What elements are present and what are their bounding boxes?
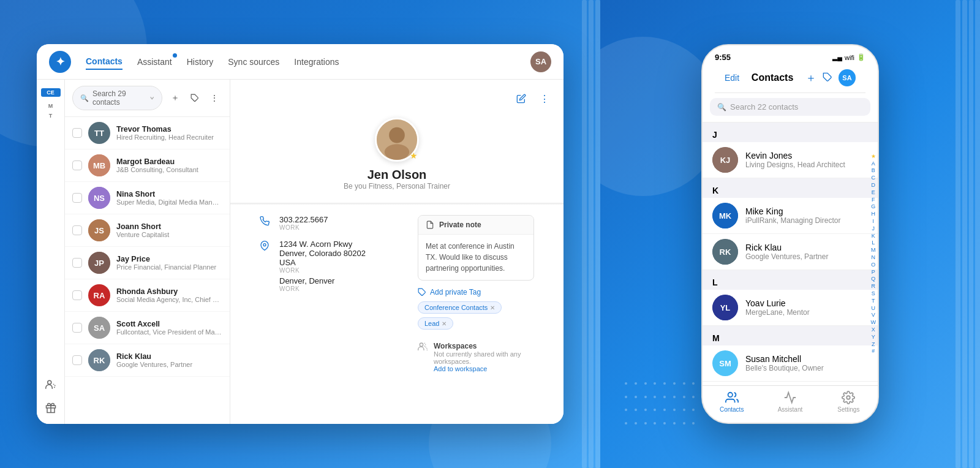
list-item[interactable]: KJ Kevin Jones Living Designs, Head Arch… (703, 142, 878, 178)
phone-tab-bar: Contacts Assistant Settings (703, 385, 878, 423)
alpha-q[interactable]: Q (871, 276, 875, 282)
contact-checkbox[interactable] (72, 160, 82, 170)
phone-contact-avatar: MK (712, 203, 738, 228)
nav-history[interactable]: History (187, 55, 214, 69)
alpha-w[interactable]: W (871, 319, 876, 326)
alpha-f[interactable]: F (872, 197, 875, 203)
edit-contact-button[interactable] (512, 89, 530, 108)
list-item[interactable]: AM Alyssa Moore URHealth, Nutritionist (703, 382, 878, 385)
alpha-t[interactable]: T (872, 298, 875, 304)
alpha-u[interactable]: U (872, 305, 876, 312)
phone-edit-button[interactable]: Edit (725, 73, 739, 83)
tab-assistant[interactable]: Assistant (761, 391, 819, 413)
contact-checkbox[interactable] (72, 193, 82, 203)
alpha-x[interactable]: X (872, 326, 875, 333)
dots-pattern (625, 382, 698, 431)
tab-contacts[interactable]: Contacts (703, 391, 761, 413)
remove-tag[interactable]: ✕ (490, 304, 495, 311)
user-avatar[interactable]: SA (530, 51, 551, 72)
workspace-section: Workspaces Not currently shared with any… (418, 337, 534, 377)
phone-user-avatar[interactable]: SA (839, 69, 856, 86)
contact-info: Rick Klau Google Ventures, Partner (116, 352, 222, 368)
sidebar-section-t: T (49, 113, 53, 119)
alpha-j[interactable]: J (872, 225, 875, 232)
alpha-g[interactable]: G (871, 203, 875, 210)
tag-chip[interactable]: Lead ✕ (418, 317, 453, 330)
contact-avatar: TT (88, 122, 110, 144)
contact-checkbox[interactable] (72, 128, 82, 138)
list-item[interactable]: MK Mike King iPullRank, Managing Directo… (703, 198, 878, 234)
contact-checkbox[interactable] (72, 225, 82, 235)
alpha-p[interactable]: P (872, 269, 875, 276)
add-to-workspace-link[interactable]: Add to workspace (434, 365, 534, 372)
contact-search-box[interactable]: 🔍 Search 29 contacts (72, 86, 162, 110)
profile-avatar-wrapper: ★ (375, 118, 419, 162)
sidebar-gift-icon[interactable] (41, 398, 61, 418)
note-title: Private note (439, 221, 481, 229)
list-item[interactable]: SA Scott Axcell Fullcontact, Vice Presid… (65, 312, 230, 344)
alpha-k[interactable]: K (872, 233, 875, 240)
list-item[interactable]: YL Yoav Lurie MergeLane, Mentor (703, 290, 878, 326)
phone-contact-name: Kevin Jones (745, 151, 868, 160)
alpha-s[interactable]: S (872, 290, 875, 297)
contact-name: Rhonda Ashbury (116, 287, 222, 296)
status-icons: ▂▄ wifi 🔋 (832, 53, 865, 61)
tag-nav-icon[interactable] (823, 72, 832, 84)
alpha-m[interactable]: M (871, 247, 876, 254)
contact-checkbox[interactable] (72, 355, 82, 365)
phone-contact-info: Mike King iPullRank, Managing Director (745, 206, 868, 225)
favorite-star[interactable]: ★ (410, 151, 418, 160)
list-item[interactable]: TT Trevor Thomas Hired Recruiting, Head … (65, 117, 230, 149)
phone-search-box[interactable]: 🔍 Search 22 contacts (710, 98, 870, 116)
wifi-icon: wifi (845, 54, 854, 61)
list-item[interactable]: NS Nina Short Super Media, Digital Media… (65, 182, 230, 214)
nav-integrations[interactable]: Integrations (294, 55, 339, 69)
detail-header-actions: ⋮ (512, 89, 554, 108)
list-item[interactable]: SM Susan Mitchell Belle's Boutique, Owne… (703, 345, 878, 382)
remove-tag[interactable]: ✕ (442, 320, 447, 327)
list-item[interactable]: RK Rick Klau Google Ventures, Partner (703, 234, 878, 270)
alpha-d[interactable]: D (872, 182, 876, 189)
list-item[interactable]: JP Jay Price Price Financial, Financial … (65, 247, 230, 279)
sidebar-people-icon[interactable] (41, 375, 61, 394)
svg-point-33 (728, 393, 732, 397)
alpha-o[interactable]: O (871, 262, 875, 268)
more-options-button[interactable]: ⋮ (206, 90, 222, 106)
alpha-y[interactable]: Y (872, 334, 875, 341)
nav-sync-sources[interactable]: Sync sources (228, 55, 279, 69)
add-tag-button[interactable]: Add private Tag (418, 288, 534, 296)
alpha-v[interactable]: V (872, 312, 875, 319)
add-contact-button[interactable]: ＋ (805, 70, 816, 85)
alpha-e[interactable]: E (872, 189, 875, 196)
list-item[interactable]: JS Joann Short Venture Capitalist (65, 214, 230, 247)
list-item[interactable]: RK Rick Klau Google Ventures, Partner (65, 344, 230, 377)
add-contact-button[interactable]: ＋ (167, 90, 183, 106)
alpha-hash[interactable]: # (872, 348, 875, 355)
contact-checkbox[interactable] (72, 290, 82, 300)
nav-assistant[interactable]: Assistant (137, 55, 172, 69)
contact-checkbox[interactable] (72, 258, 82, 268)
alpha-i[interactable]: I (872, 218, 874, 225)
list-item[interactable]: MB Margot Bardeau J&B Consulting, Consul… (65, 149, 230, 182)
alpha-star[interactable]: ★ (871, 153, 876, 160)
phone-nav: Edit Contacts ＋ SA (715, 64, 865, 93)
tag-button[interactable] (187, 90, 203, 106)
city-value: Denver, Denver (279, 276, 376, 285)
contact-checkbox[interactable] (72, 323, 82, 333)
alpha-a[interactable]: A (872, 160, 875, 167)
alpha-n[interactable]: N (872, 254, 876, 261)
tag-chip[interactable]: Conference Contacts ✕ (418, 301, 502, 314)
alpha-r[interactable]: R (872, 283, 876, 290)
nav-contacts[interactable]: Contacts (86, 54, 123, 70)
alpha-c[interactable]: C (872, 175, 876, 181)
alpha-h[interactable]: H (872, 211, 876, 217)
more-detail-button[interactable]: ⋮ (535, 89, 554, 108)
contact-avatar: MB (88, 154, 110, 176)
list-item[interactable]: RA Rhonda Ashbury Social Media Agency, I… (65, 279, 230, 312)
alpha-b[interactable]: B (872, 167, 875, 174)
alpha-l[interactable]: L (872, 240, 875, 246)
tab-settings[interactable]: Settings (820, 391, 878, 413)
settings-tab-icon (842, 391, 855, 404)
contact-name: Jay Price (116, 255, 222, 263)
alpha-z[interactable]: Z (872, 341, 875, 348)
